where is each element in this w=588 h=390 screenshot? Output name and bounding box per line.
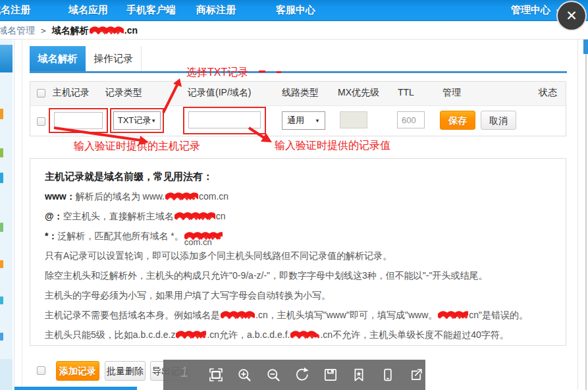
panel-left-border	[22, 40, 22, 390]
footer-checkbox[interactable]	[37, 366, 45, 375]
redacted-scribble	[438, 311, 468, 320]
add-record-button[interactable]: 添加记录	[56, 361, 99, 381]
select-arrow-icon: ▼	[151, 118, 156, 124]
help-line: 主机头的字母必须为小写，如果用户填了大写字母会自动转换为小写。	[45, 285, 551, 305]
record-value-input[interactable]	[188, 111, 261, 128]
breadcrumb-separator: ＞	[39, 25, 48, 36]
help-line: *：泛解析，匹配其他所有域名 *。com.cn	[45, 226, 551, 246]
page-indicator: 1	[179, 364, 190, 381]
header-checkbox[interactable]	[37, 89, 45, 98]
background-icon-sliver	[0, 333, 3, 341]
table-header-7: 状态	[539, 87, 557, 99]
ttl-input[interactable]	[397, 111, 425, 128]
share-icon[interactable]	[408, 366, 425, 383]
help-text: 泛解析，匹配其他所有域名 *。	[57, 231, 183, 241]
nav-manage-center[interactable]: 管理中心	[511, 0, 550, 21]
help-line: 只有A记录可以设置轮询，即可以添加多个同主机头同线路但不同记录值的解析记录。	[45, 246, 551, 265]
table-header-5: TTL	[398, 87, 414, 98]
bookmark-icon[interactable]	[350, 366, 367, 383]
record-type-select[interactable]: TXT记录▼	[113, 111, 161, 130]
cancel-button[interactable]: 取消	[481, 111, 516, 130]
close-icon[interactable]: ✕	[556, 1, 587, 31]
help-text: cn	[216, 211, 226, 221]
background-blue-block	[0, 45, 13, 72]
redacted-scribble	[221, 311, 255, 320]
background-icon-sliver	[0, 260, 3, 268]
nav-item-3[interactable]: 商标注册	[196, 0, 236, 21]
nav-item-2[interactable]: 手机客户端	[126, 0, 176, 21]
background-icon-sliver	[0, 223, 3, 232]
help-text: 空主机头，直接解析主域名	[63, 211, 174, 221]
help-text: .cn允许，a.b.c.d.e.f.	[207, 329, 290, 340]
help-text: www：	[45, 191, 76, 202]
background-icon-sliver	[0, 148, 3, 157]
background-icon-sliver	[0, 296, 3, 304]
help-line: 除空主机头和泛解析外，主机头的构成只允许"0-9/a-z/-"，即数字字母中划线…	[45, 265, 551, 285]
help-panel: 主机记录就是域名前缀，常见用法有： www：解析后的域名为 www. com.c…	[30, 158, 566, 346]
table-header-1: 记录类型	[105, 87, 142, 99]
annotation-dash	[259, 70, 265, 72]
scrollbar-track[interactable]	[585, 40, 587, 390]
tab-operation-log[interactable]: 操作记录	[86, 46, 142, 71]
image-viewer-toolbar: 1	[163, 360, 425, 390]
record-type-value: TXT记录	[118, 115, 151, 126]
help-text: 主机记录不需要包括域名本身。例如域名是	[45, 310, 220, 320]
help-text: 只有A记录可以设置轮询，即可以添加多个同主机头同线路但不同记录值的解析记录。	[45, 250, 392, 261]
annotation-value-hint: 输入验证时提供的记录值	[275, 139, 390, 153]
nav-item-1[interactable]: 域名应用	[68, 0, 108, 21]
nav-item-4[interactable]: 客服中心	[276, 0, 315, 21]
divider	[14, 40, 14, 390]
help-text: .cn不允许，主机头单级长度不能超过40字符。	[320, 329, 508, 340]
nav-item-0[interactable]: 域名注册	[0, 0, 30, 21]
row-checkbox[interactable]	[37, 117, 45, 126]
redacted-scribble	[90, 26, 124, 36]
device-icon[interactable]	[379, 366, 396, 383]
redacted-scribble	[290, 331, 319, 340]
table-header-2: 记录值(IP/域名)	[188, 87, 251, 99]
help-text: cn"是错误的。	[469, 310, 528, 320]
help-line: www：解析后的域名为 www. com.cn	[45, 186, 551, 206]
annotation-select-txt: 选择TXT记录	[186, 66, 248, 80]
tab-domain-resolve[interactable]: 域名解析	[30, 46, 86, 71]
help-text: 除空主机头和泛解析外，主机头的构成只允许"0-9/a-z/-"，即数字字母中划线…	[45, 270, 487, 281]
annotation-host-hint: 输入验证时提供的主机记录	[74, 140, 200, 153]
panel-right-border	[577, 40, 578, 390]
background-icon-sliver	[0, 109, 3, 119]
scrollbar-thumb[interactable]	[583, 40, 588, 54]
line-type-value: 通用	[287, 115, 304, 126]
help-text: com.cn	[199, 191, 228, 202]
help-line: @：空主机头，直接解析主域名 cn	[45, 206, 551, 226]
redacted-scribble	[174, 212, 215, 221]
select-arrow-icon: ▼	[315, 118, 320, 124]
redacted-scribble	[165, 192, 198, 202]
batch-delete-button[interactable]: 批量删除	[105, 361, 146, 381]
redacted-scribble: com.cn	[184, 232, 223, 241]
help-line: 主机记录不需要包括域名本身。例如域名是 .cn，主机头填写"www"即可，填写成…	[45, 305, 551, 325]
help-text: 主机头的字母必须为小写，如果用户填了大写字母会自动转换为小写。	[45, 290, 331, 300]
help-text: .cn，主机头填写"www"即可，填写成"www。	[255, 310, 437, 320]
fit-screen-icon[interactable]	[207, 366, 225, 383]
save-icon[interactable]	[322, 366, 339, 383]
help-text: 主机头只能5级，比如a.b.c.d.e.z	[45, 329, 175, 340]
background-bottom-block	[0, 359, 13, 390]
help-title: 主机记录就是域名前缀，常见用法有：	[45, 167, 551, 186]
rotate-icon[interactable]	[293, 366, 310, 383]
help-text: *：	[45, 231, 57, 241]
host-record-input[interactable]	[54, 112, 103, 129]
breadcrumb-domain-manage[interactable]: 域名管理	[0, 25, 35, 36]
top-navbar: 域名注册域名应用手机客户端商标注册客服中心 管理中心 ▼	[0, 0, 588, 21]
breadcrumb: 域名管理 ＞ 域名解析 .cn	[0, 21, 588, 40]
tab-underline	[30, 71, 567, 73]
background-icon-sliver	[0, 173, 3, 183]
table-header-6: 管理	[442, 87, 461, 99]
zoom-in-icon[interactable]	[236, 366, 253, 383]
breadcrumb-domain-suffix: .cn	[124, 25, 138, 36]
annotation-dash	[277, 71, 281, 73]
pagination-strip	[14, 387, 137, 390]
line-type-select[interactable]: 通用▼	[282, 111, 325, 130]
zoom-out-icon[interactable]	[265, 366, 282, 383]
help-text: 解析后的域名为 www.	[76, 191, 165, 202]
breadcrumb-current: 域名解析	[52, 25, 89, 36]
table-header-0: 主机记录	[53, 87, 90, 99]
save-button[interactable]: 保存	[440, 111, 475, 130]
